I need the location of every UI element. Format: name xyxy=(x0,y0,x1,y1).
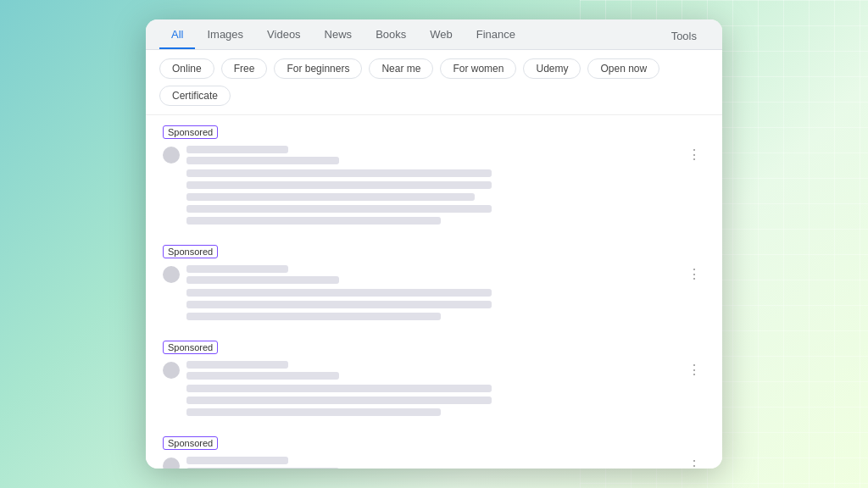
skeleton-title-1 xyxy=(186,146,288,153)
tab-bar: All Images Videos News Books Web Finance… xyxy=(146,19,722,50)
result-body-3 xyxy=(163,385,705,416)
tab-news[interactable]: News xyxy=(313,21,364,49)
chip-online[interactable]: Online xyxy=(159,58,214,79)
sponsored-badge-4: Sponsored xyxy=(163,436,218,450)
tab-web[interactable]: Web xyxy=(418,21,465,49)
favicon-2 xyxy=(163,266,180,283)
sponsored-badge-3: Sponsored xyxy=(163,341,218,354)
chip-free[interactable]: Free xyxy=(221,58,268,79)
tab-books[interactable]: Books xyxy=(364,21,418,49)
chip-for-women[interactable]: For women xyxy=(440,58,516,79)
result-title-lines-2 xyxy=(186,265,677,284)
result-title-lines-3 xyxy=(186,361,677,380)
skeleton-title-2 xyxy=(186,265,288,273)
skeleton-desc-1a xyxy=(186,169,492,177)
skeleton-desc-3c xyxy=(186,408,441,416)
skeleton-desc-1d xyxy=(186,205,492,213)
more-options-3[interactable]: ⋮ xyxy=(684,363,705,377)
favicon-1 xyxy=(163,147,180,164)
result-title-lines-1 xyxy=(186,146,677,164)
tab-finance[interactable]: Finance xyxy=(465,21,527,49)
chip-near-me[interactable]: Near me xyxy=(369,58,433,79)
skeleton-desc-1e xyxy=(186,217,441,225)
tab-videos[interactable]: Videos xyxy=(255,21,313,49)
result-card-3: Sponsored ⋮ xyxy=(163,339,705,416)
chip-beginners[interactable]: For beginners xyxy=(274,58,362,79)
more-options-4[interactable]: ⋮ xyxy=(684,459,705,469)
skeleton-desc-2c xyxy=(186,313,441,320)
result-header-3: ⋮ xyxy=(163,361,705,380)
skeleton-desc-2b xyxy=(186,301,492,308)
result-card-2: Sponsored ⋮ xyxy=(163,243,705,320)
filter-bar: Online Free For beginners Near me For wo… xyxy=(146,50,722,115)
skeleton-url-2 xyxy=(186,276,339,284)
result-body-2 xyxy=(163,289,705,320)
result-header-4: ⋮ xyxy=(163,457,705,469)
skeleton-desc-1b xyxy=(186,181,492,189)
search-results: Sponsored ⋮ Sponsored xyxy=(146,115,722,469)
favicon-4 xyxy=(163,458,180,469)
sponsored-badge-2: Sponsored xyxy=(163,245,218,258)
result-card-1: Sponsored ⋮ xyxy=(163,124,705,225)
skeleton-title-3 xyxy=(186,361,288,369)
skeleton-desc-2a xyxy=(186,289,492,297)
chip-certificate[interactable]: Certificate xyxy=(159,86,231,106)
sponsored-badge-1: Sponsored xyxy=(163,125,218,139)
skeleton-desc-3a xyxy=(186,385,492,392)
skeleton-desc-3b xyxy=(186,396,492,404)
result-header-1: ⋮ xyxy=(163,146,705,164)
more-options-1[interactable]: ⋮ xyxy=(684,148,705,162)
skeleton-desc-1c xyxy=(186,193,475,201)
chip-open-now[interactable]: Open now xyxy=(587,58,659,79)
browser-window: All Images Videos News Books Web Finance… xyxy=(146,19,722,469)
skeleton-title-4 xyxy=(186,457,288,464)
tools-button[interactable]: Tools xyxy=(659,23,709,49)
result-title-lines-4 xyxy=(186,457,677,469)
result-body-1 xyxy=(163,169,705,225)
skeleton-url-4 xyxy=(186,468,339,469)
tab-all[interactable]: All xyxy=(159,21,195,49)
favicon-3 xyxy=(163,362,180,379)
result-header-2: ⋮ xyxy=(163,265,705,284)
skeleton-url-3 xyxy=(186,372,339,380)
result-card-4: Sponsored ⋮ xyxy=(163,435,705,469)
tab-images[interactable]: Images xyxy=(195,21,255,49)
chip-udemy[interactable]: Udemy xyxy=(523,58,581,79)
skeleton-url-1 xyxy=(186,157,339,164)
more-options-2[interactable]: ⋮ xyxy=(684,268,705,281)
